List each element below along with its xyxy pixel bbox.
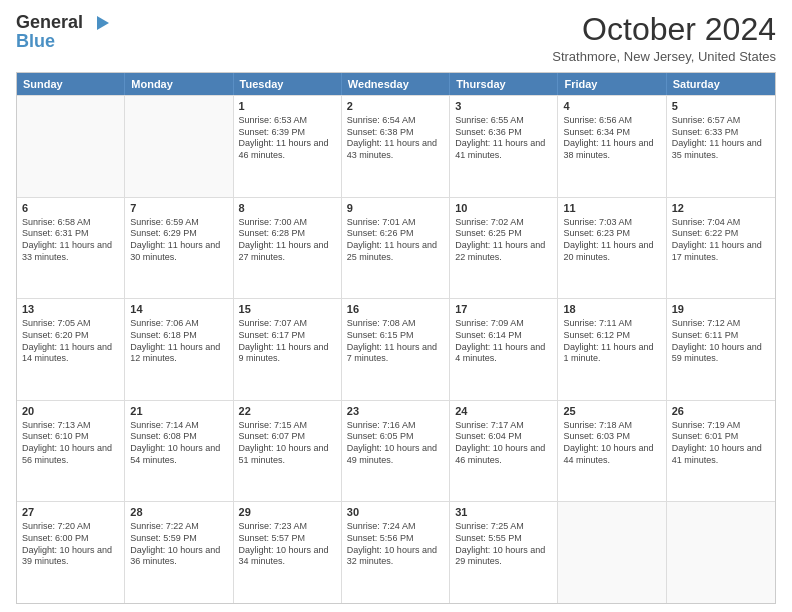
day-number: 25 [563,404,660,419]
calendar-cell: 27Sunrise: 7:20 AMSunset: 6:00 PMDayligh… [17,502,125,603]
day-info: Sunrise: 7:00 AMSunset: 6:28 PMDaylight:… [239,217,336,264]
day-number: 2 [347,99,444,114]
day-number: 5 [672,99,770,114]
calendar-cell: 16Sunrise: 7:08 AMSunset: 6:15 PMDayligh… [342,299,450,400]
day-number: 13 [22,302,119,317]
day-info: Sunrise: 7:04 AMSunset: 6:22 PMDaylight:… [672,217,770,264]
day-info: Sunrise: 7:13 AMSunset: 6:10 PMDaylight:… [22,420,119,467]
calendar-cell: 8Sunrise: 7:00 AMSunset: 6:28 PMDaylight… [234,198,342,299]
day-number: 28 [130,505,227,520]
day-info: Sunrise: 7:18 AMSunset: 6:03 PMDaylight:… [563,420,660,467]
day-info: Sunrise: 7:12 AMSunset: 6:11 PMDaylight:… [672,318,770,365]
day-header-monday: Monday [125,73,233,95]
day-info: Sunrise: 6:59 AMSunset: 6:29 PMDaylight:… [130,217,227,264]
day-number: 18 [563,302,660,317]
day-info: Sunrise: 7:23 AMSunset: 5:57 PMDaylight:… [239,521,336,568]
day-info: Sunrise: 7:17 AMSunset: 6:04 PMDaylight:… [455,420,552,467]
calendar-week-5: 27Sunrise: 7:20 AMSunset: 6:00 PMDayligh… [17,501,775,603]
calendar-cell [17,96,125,197]
day-info: Sunrise: 7:05 AMSunset: 6:20 PMDaylight:… [22,318,119,365]
svg-marker-0 [97,16,109,30]
calendar-cell: 24Sunrise: 7:17 AMSunset: 6:04 PMDayligh… [450,401,558,502]
month-title: October 2024 [552,12,776,47]
day-number: 29 [239,505,336,520]
day-number: 30 [347,505,444,520]
day-number: 15 [239,302,336,317]
day-info: Sunrise: 7:14 AMSunset: 6:08 PMDaylight:… [130,420,227,467]
day-number: 10 [455,201,552,216]
logo: General Blue [16,12,111,52]
day-number: 7 [130,201,227,216]
day-number: 1 [239,99,336,114]
calendar-cell: 5Sunrise: 6:57 AMSunset: 6:33 PMDaylight… [667,96,775,197]
calendar-week-1: 1Sunrise: 6:53 AMSunset: 6:39 PMDaylight… [17,95,775,197]
calendar-week-3: 13Sunrise: 7:05 AMSunset: 6:20 PMDayligh… [17,298,775,400]
day-info: Sunrise: 7:09 AMSunset: 6:14 PMDaylight:… [455,318,552,365]
day-number: 24 [455,404,552,419]
day-number: 19 [672,302,770,317]
calendar-cell: 22Sunrise: 7:15 AMSunset: 6:07 PMDayligh… [234,401,342,502]
day-info: Sunrise: 7:16 AMSunset: 6:05 PMDaylight:… [347,420,444,467]
day-info: Sunrise: 7:15 AMSunset: 6:07 PMDaylight:… [239,420,336,467]
title-block: October 2024 Strathmore, New Jersey, Uni… [552,12,776,64]
day-header-sunday: Sunday [17,73,125,95]
day-number: 20 [22,404,119,419]
calendar-cell: 4Sunrise: 6:56 AMSunset: 6:34 PMDaylight… [558,96,666,197]
calendar-cell [558,502,666,603]
day-number: 9 [347,201,444,216]
calendar-cell: 15Sunrise: 7:07 AMSunset: 6:17 PMDayligh… [234,299,342,400]
day-header-wednesday: Wednesday [342,73,450,95]
calendar-cell: 10Sunrise: 7:02 AMSunset: 6:25 PMDayligh… [450,198,558,299]
day-info: Sunrise: 6:55 AMSunset: 6:36 PMDaylight:… [455,115,552,162]
calendar-header: SundayMondayTuesdayWednesdayThursdayFrid… [17,73,775,95]
calendar-cell: 3Sunrise: 6:55 AMSunset: 6:36 PMDaylight… [450,96,558,197]
day-number: 8 [239,201,336,216]
day-info: Sunrise: 7:06 AMSunset: 6:18 PMDaylight:… [130,318,227,365]
calendar-cell: 6Sunrise: 6:58 AMSunset: 6:31 PMDaylight… [17,198,125,299]
day-info: Sunrise: 6:57 AMSunset: 6:33 PMDaylight:… [672,115,770,162]
day-info: Sunrise: 7:25 AMSunset: 5:55 PMDaylight:… [455,521,552,568]
calendar-cell: 31Sunrise: 7:25 AMSunset: 5:55 PMDayligh… [450,502,558,603]
day-number: 3 [455,99,552,114]
day-number: 27 [22,505,119,520]
day-info: Sunrise: 7:03 AMSunset: 6:23 PMDaylight:… [563,217,660,264]
calendar-cell: 26Sunrise: 7:19 AMSunset: 6:01 PMDayligh… [667,401,775,502]
calendar-cell: 14Sunrise: 7:06 AMSunset: 6:18 PMDayligh… [125,299,233,400]
calendar-week-2: 6Sunrise: 6:58 AMSunset: 6:31 PMDaylight… [17,197,775,299]
day-header-tuesday: Tuesday [234,73,342,95]
page: General Blue October 2024 Strathmore, Ne… [0,0,792,612]
calendar-week-4: 20Sunrise: 7:13 AMSunset: 6:10 PMDayligh… [17,400,775,502]
calendar-cell: 21Sunrise: 7:14 AMSunset: 6:08 PMDayligh… [125,401,233,502]
day-info: Sunrise: 6:56 AMSunset: 6:34 PMDaylight:… [563,115,660,162]
day-info: Sunrise: 7:20 AMSunset: 6:00 PMDaylight:… [22,521,119,568]
calendar-cell: 1Sunrise: 6:53 AMSunset: 6:39 PMDaylight… [234,96,342,197]
calendar-cell: 7Sunrise: 6:59 AMSunset: 6:29 PMDaylight… [125,198,233,299]
day-info: Sunrise: 7:24 AMSunset: 5:56 PMDaylight:… [347,521,444,568]
day-info: Sunrise: 7:07 AMSunset: 6:17 PMDaylight:… [239,318,336,365]
logo-icon [89,12,111,34]
day-info: Sunrise: 7:08 AMSunset: 6:15 PMDaylight:… [347,318,444,365]
day-info: Sunrise: 6:54 AMSunset: 6:38 PMDaylight:… [347,115,444,162]
calendar-cell: 28Sunrise: 7:22 AMSunset: 5:59 PMDayligh… [125,502,233,603]
calendar-cell: 23Sunrise: 7:16 AMSunset: 6:05 PMDayligh… [342,401,450,502]
day-number: 21 [130,404,227,419]
day-number: 6 [22,201,119,216]
day-number: 17 [455,302,552,317]
subtitle: Strathmore, New Jersey, United States [552,49,776,64]
day-info: Sunrise: 6:58 AMSunset: 6:31 PMDaylight:… [22,217,119,264]
calendar-body: 1Sunrise: 6:53 AMSunset: 6:39 PMDaylight… [17,95,775,603]
calendar: SundayMondayTuesdayWednesdayThursdayFrid… [16,72,776,604]
calendar-cell: 25Sunrise: 7:18 AMSunset: 6:03 PMDayligh… [558,401,666,502]
calendar-cell [125,96,233,197]
calendar-cell: 30Sunrise: 7:24 AMSunset: 5:56 PMDayligh… [342,502,450,603]
calendar-cell: 29Sunrise: 7:23 AMSunset: 5:57 PMDayligh… [234,502,342,603]
day-info: Sunrise: 7:19 AMSunset: 6:01 PMDaylight:… [672,420,770,467]
calendar-cell: 18Sunrise: 7:11 AMSunset: 6:12 PMDayligh… [558,299,666,400]
day-info: Sunrise: 6:53 AMSunset: 6:39 PMDaylight:… [239,115,336,162]
logo-blue: Blue [16,32,111,52]
day-info: Sunrise: 7:11 AMSunset: 6:12 PMDaylight:… [563,318,660,365]
calendar-cell: 20Sunrise: 7:13 AMSunset: 6:10 PMDayligh… [17,401,125,502]
calendar-cell: 9Sunrise: 7:01 AMSunset: 6:26 PMDaylight… [342,198,450,299]
calendar-cell: 19Sunrise: 7:12 AMSunset: 6:11 PMDayligh… [667,299,775,400]
day-number: 14 [130,302,227,317]
